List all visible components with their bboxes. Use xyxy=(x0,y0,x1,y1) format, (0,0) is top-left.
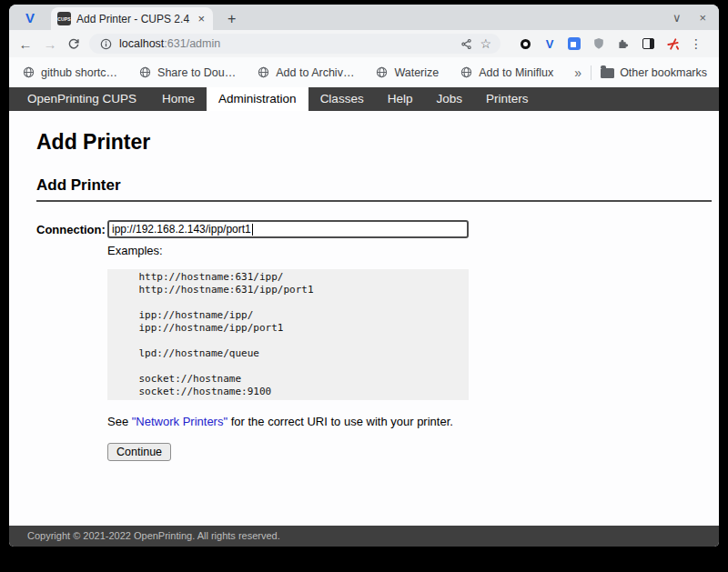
tab-close-icon[interactable]: × xyxy=(196,12,207,25)
globe-icon xyxy=(137,65,152,80)
tab-title: Add Printer - CUPS 2.4.2 xyxy=(76,13,190,25)
address-bar[interactable]: localhost:631/admin ☆ xyxy=(89,34,500,54)
connection-input[interactable]: ipp://192.168.2.143/ipp/port1 xyxy=(107,220,469,238)
extensions-puzzle-icon[interactable] xyxy=(616,36,631,51)
other-bookmarks-button[interactable]: Other bookmarks xyxy=(601,66,707,79)
uri-examples-block: http://hostname:631/ipp/ http://hostname… xyxy=(107,269,469,400)
bookmark-item[interactable]: Add to Archiv… xyxy=(256,65,354,80)
chevron-down-icon[interactable]: ∨ xyxy=(672,11,682,25)
browser-window: V CUPS Add Printer - CUPS 2.4.2 × + ∨ × … xyxy=(9,5,719,547)
divider xyxy=(591,65,592,80)
network-printers-link[interactable]: "Network Printers" xyxy=(132,415,228,428)
address-toolbar: ← → localhost:631/admin ☆ V xyxy=(9,30,719,57)
page-content: Add Printer Add Printer Connection: ipp:… xyxy=(9,111,719,526)
nav-item-home[interactable]: Home xyxy=(150,87,207,111)
nav-brand-openprinting-cups[interactable]: OpenPrinting CUPS xyxy=(9,87,150,111)
nav-item-printers[interactable]: Printers xyxy=(474,87,541,111)
examples-label: Examples: xyxy=(107,244,469,257)
connection-label: Connection: xyxy=(36,220,102,236)
back-button[interactable]: ← xyxy=(17,36,34,52)
continue-button[interactable]: Continue xyxy=(107,443,171,461)
text-caret xyxy=(252,224,253,236)
forward-button[interactable]: → xyxy=(42,36,58,52)
copyright-text: Copyright © 2021-2022 OpenPrinting. All … xyxy=(27,530,280,541)
site-info-icon[interactable] xyxy=(98,36,113,51)
globe-icon xyxy=(21,65,35,80)
browser-menu-kebab-icon[interactable]: ⋮ xyxy=(690,36,703,51)
tabbar-close-icon[interactable]: × xyxy=(699,11,706,25)
url-text: localhost:631/admin xyxy=(119,37,220,50)
bookmark-item[interactable]: github shortc… xyxy=(21,65,117,80)
shield-extension-icon[interactable] xyxy=(592,36,606,51)
vivaldi-logo-icon: V xyxy=(25,10,35,25)
folder-icon xyxy=(601,68,614,78)
bookmark-item[interactable]: Add to Miniflux xyxy=(459,65,553,80)
page-title: Add Printer xyxy=(36,130,719,155)
vivaldi-menu-button[interactable]: V xyxy=(9,5,51,30)
tab-add-printer[interactable]: CUPS Add Printer - CUPS 2.4.2 × xyxy=(51,7,213,30)
section-title: Add Printer xyxy=(36,176,712,202)
bookmark-star-icon[interactable]: ☆ xyxy=(480,36,491,51)
bookmark-item[interactable]: Waterize xyxy=(374,65,439,80)
tab-bar: V CUPS Add Printer - CUPS 2.4.2 × + ∨ × xyxy=(9,5,719,30)
cups-favicon-icon: CUPS xyxy=(57,12,71,25)
connection-value: ipp://192.168.2.143/ipp/port1 xyxy=(112,223,251,236)
red-glyph-extension-icon[interactable] xyxy=(665,36,680,51)
extensions-area: V ⋮ xyxy=(518,36,703,51)
vivaldi-extension-icon[interactable]: V xyxy=(542,36,557,51)
cups-navbar: OpenPrinting CUPS Home Administration Cl… xyxy=(9,87,719,111)
nav-item-classes[interactable]: Classes xyxy=(308,87,376,111)
reload-button[interactable] xyxy=(66,36,81,51)
record-ring-extension-icon[interactable] xyxy=(518,36,532,51)
add-printer-form: Connection: ipp://192.168.2.143/ipp/port… xyxy=(36,220,719,461)
globe-icon xyxy=(374,65,389,80)
nav-item-administration[interactable]: Administration xyxy=(207,87,308,111)
share-icon[interactable] xyxy=(459,36,473,51)
bookmark-item[interactable]: Share to Dou… xyxy=(137,65,236,80)
nav-item-help[interactable]: Help xyxy=(376,87,425,111)
nav-item-jobs[interactable]: Jobs xyxy=(424,87,474,111)
globe-icon xyxy=(459,65,473,80)
blue-app-extension-icon[interactable] xyxy=(567,36,581,51)
new-tab-button[interactable]: + xyxy=(228,11,236,27)
sidebar-toggle-icon[interactable] xyxy=(641,36,655,51)
network-printers-note: See "Network Printers" for the correct U… xyxy=(107,415,469,428)
bookmarks-bar: github shortc… Share to Dou… Add to Arch… xyxy=(9,57,719,87)
bookmarks-overflow-icon[interactable]: » xyxy=(574,65,581,80)
globe-icon xyxy=(256,65,270,80)
cups-footer: Copyright © 2021-2022 OpenPrinting. All … xyxy=(9,526,719,547)
